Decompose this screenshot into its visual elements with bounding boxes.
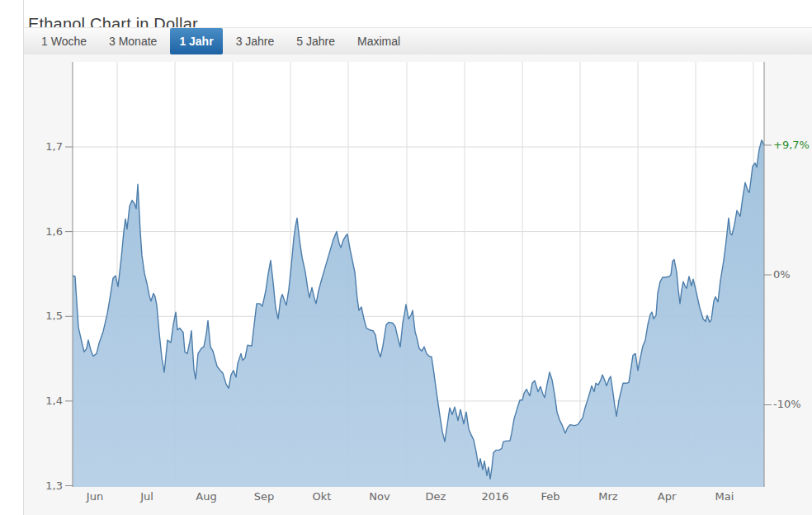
- x-axis-label-jun: Jun: [68, 490, 121, 503]
- right-axis-label--10: -10%: [773, 398, 801, 411]
- x-axis-label-apr: Apr: [640, 490, 693, 503]
- right-axis-label-0: 0%: [773, 268, 791, 281]
- x-axis-label-nov: Nov: [353, 490, 406, 503]
- x-axis-label-mrz: Mrz: [582, 490, 635, 503]
- x-axis-label-2016: 2016: [469, 490, 522, 503]
- x-axis-label-sep: Sep: [238, 490, 290, 503]
- x-axis-label-aug: Aug: [180, 490, 233, 503]
- y-axis-label-1-7: 1,7: [25, 140, 63, 154]
- tab-1-woche[interactable]: 1 Woche: [32, 28, 96, 54]
- x-axis-label-jul: Jul: [120, 490, 173, 503]
- x-axis-label-dez: Dez: [409, 490, 462, 503]
- y-axis-label-1-3: 1,3: [25, 480, 63, 493]
- y-axis-label-1-5: 1,5: [25, 309, 63, 323]
- tab-maximal[interactable]: Maximal: [348, 28, 409, 54]
- y-axis-label-1-6: 1,6: [25, 225, 63, 239]
- tab-1-jahr[interactable]: 1 Jahr: [170, 28, 222, 54]
- tab-5-jahre[interactable]: 5 Jahre: [287, 28, 344, 54]
- x-axis-label-okt: Okt: [295, 490, 348, 503]
- x-axis-label-mai: Mai: [698, 490, 751, 503]
- ethanol-chart-page: Ethanol Chart in Dollar 1 Woche3 Monate1…: [0, 0, 812, 515]
- time-range-tabbar: 1 Woche3 Monate1 Jahr3 Jahre5 JahreMaxim…: [24, 27, 812, 54]
- price-area-chart: [24, 54, 812, 515]
- tab-3-monate[interactable]: 3 Monate: [100, 28, 166, 54]
- right-axis-label-97: +9,7%: [773, 139, 810, 152]
- tab-3-jahre[interactable]: 3 Jahre: [227, 28, 284, 54]
- chart-panel: 1,71,61,51,41,3JunJulAugSepOktNovDez2016…: [24, 54, 812, 515]
- x-axis-label-feb: Feb: [524, 490, 577, 503]
- y-axis-label-1-4: 1,4: [25, 395, 63, 408]
